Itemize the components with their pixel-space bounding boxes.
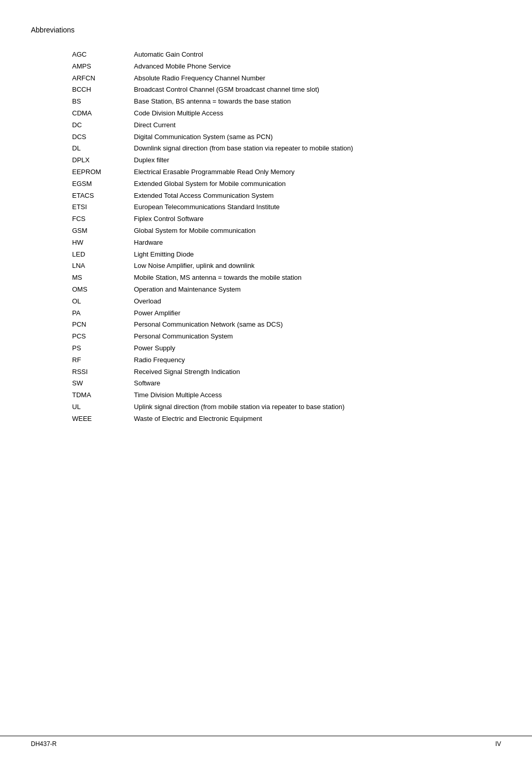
abbr-value: Waste of Electric and Electronic Equipme… xyxy=(134,414,262,425)
table-row: SWSoftware xyxy=(72,378,501,389)
table-row: HWHardware xyxy=(72,238,501,248)
table-row: MSMobile Station, MS antenna = towards t… xyxy=(72,273,501,283)
table-row: EEPROMElectrical Erasable Programmable R… xyxy=(72,167,501,178)
abbr-value: Light Emitting Diode xyxy=(134,249,194,260)
abbr-key: AMPS xyxy=(72,61,134,72)
abbr-key: PS xyxy=(72,343,134,354)
table-row: LNALow Noise Amplifier, uplink and downl… xyxy=(72,261,501,272)
table-row: ETACSExtended Total Access Communication… xyxy=(72,191,501,201)
abbr-key: DPLX xyxy=(72,155,134,166)
page-footer: DH437-R IV xyxy=(0,736,532,748)
table-row: DCDirect Current xyxy=(72,120,501,131)
abbr-value: Direct Current xyxy=(134,120,176,131)
abbr-key: RSSI xyxy=(72,367,134,378)
abbr-value: Automatic Gain Control xyxy=(134,49,203,60)
abbr-key: UL xyxy=(72,402,134,413)
abbreviations-table: AGCAutomatic Gain ControlAMPSAdvanced Mo… xyxy=(72,49,501,425)
table-row: OLOverload xyxy=(72,296,501,307)
abbr-key: DCS xyxy=(72,132,134,143)
table-row: CDMACode Division Multiple Access xyxy=(72,108,501,119)
abbr-value: Overload xyxy=(134,296,161,307)
table-row: TDMATime Division Multiple Access xyxy=(72,390,501,401)
abbr-key: PCS xyxy=(72,331,134,342)
abbr-value: Base Station, BS antenna = towards the b… xyxy=(134,96,291,107)
abbr-value: Digital Communication System (same as PC… xyxy=(134,132,272,143)
abbr-value: Broadcast Control Channel (GSM broadcast… xyxy=(134,84,319,95)
abbr-key: BS xyxy=(72,96,134,107)
abbr-value: Personal Communication Network (same as … xyxy=(134,319,283,330)
abbr-key: ARFCN xyxy=(72,73,134,84)
abbr-value: Software xyxy=(134,378,160,389)
abbr-key: EEPROM xyxy=(72,167,134,178)
footer-right: IV xyxy=(495,740,501,748)
page-title: Abbreviations xyxy=(31,26,501,34)
abbr-key: RF xyxy=(72,355,134,366)
abbr-value: Electrical Erasable Programmable Read On… xyxy=(134,167,295,178)
abbr-value: Power Amplifier xyxy=(134,308,180,319)
abbr-key: CDMA xyxy=(72,108,134,119)
abbr-key: GSM xyxy=(72,226,134,236)
table-row: DLDownlink signal direction (from base s… xyxy=(72,143,501,154)
abbr-key: DC xyxy=(72,120,134,131)
abbr-value: Hardware xyxy=(134,238,163,248)
abbr-value: Extended Global System for Mobile commun… xyxy=(134,179,286,190)
table-row: AMPSAdvanced Mobile Phone Service xyxy=(72,61,501,72)
abbr-key: SW xyxy=(72,378,134,389)
abbr-key: PA xyxy=(72,308,134,319)
abbr-key: TDMA xyxy=(72,390,134,401)
abbr-value: Time Division Multiple Access xyxy=(134,390,222,401)
abbr-value: Absolute Radio Frequency Channel Number xyxy=(134,73,265,84)
abbr-key: DL xyxy=(72,143,134,154)
abbr-value: Received Signal Strength Indication xyxy=(134,367,240,378)
table-row: PCSPersonal Communication System xyxy=(72,331,501,342)
abbr-key: AGC xyxy=(72,49,134,60)
abbr-key: WEEE xyxy=(72,414,134,425)
abbr-key: OMS xyxy=(72,284,134,295)
abbr-value: European Telecommunications Standard Ins… xyxy=(134,202,280,213)
abbr-key: BCCH xyxy=(72,84,134,95)
abbr-value: Extended Total Access Communication Syst… xyxy=(134,191,273,201)
table-row: BSBase Station, BS antenna = towards the… xyxy=(72,96,501,107)
table-row: AGCAutomatic Gain Control xyxy=(72,49,501,60)
abbr-value: Personal Communication System xyxy=(134,331,233,342)
table-row: RSSIReceived Signal Strength Indication xyxy=(72,367,501,378)
abbr-key: ETSI xyxy=(72,202,134,213)
abbr-value: Low Noise Amplifier, uplink and downlink xyxy=(134,261,254,272)
table-row: RFRadio Frequency xyxy=(72,355,501,366)
abbr-key: ETACS xyxy=(72,191,134,201)
table-row: EGSMExtended Global System for Mobile co… xyxy=(72,179,501,190)
table-row: DCSDigital Communication System (same as… xyxy=(72,132,501,143)
abbr-key: LNA xyxy=(72,261,134,272)
footer-left: DH437-R xyxy=(31,740,57,748)
abbr-value: Advanced Mobile Phone Service xyxy=(134,61,231,72)
table-row: GSMGlobal System for Mobile communicatio… xyxy=(72,226,501,236)
abbr-value: Operation and Maintenance System xyxy=(134,284,241,295)
table-row: ARFCNAbsolute Radio Frequency Channel Nu… xyxy=(72,73,501,84)
table-row: PCNPersonal Communication Network (same … xyxy=(72,319,501,330)
table-row: OMSOperation and Maintenance System xyxy=(72,284,501,295)
abbr-key: PCN xyxy=(72,319,134,330)
abbr-value: Global System for Mobile communication xyxy=(134,226,255,236)
page-container: Abbreviations AGCAutomatic Gain ControlA… xyxy=(0,0,532,763)
table-row: DPLXDuplex filter xyxy=(72,155,501,166)
abbr-key: OL xyxy=(72,296,134,307)
abbr-value: Downlink signal direction (from base sta… xyxy=(134,143,353,154)
abbr-key: FCS xyxy=(72,214,134,225)
abbr-key: MS xyxy=(72,273,134,283)
table-row: LEDLight Emitting Diode xyxy=(72,249,501,260)
table-row: BCCHBroadcast Control Channel (GSM broad… xyxy=(72,84,501,95)
table-row: FCSFiplex Control Software xyxy=(72,214,501,225)
abbr-value: Duplex filter xyxy=(134,155,169,166)
abbr-value: Radio Frequency xyxy=(134,355,185,366)
abbr-value: Fiplex Control Software xyxy=(134,214,203,225)
abbr-key: HW xyxy=(72,238,134,248)
table-row: ETSIEuropean Telecommunications Standard… xyxy=(72,202,501,213)
table-row: WEEEWaste of Electric and Electronic Equ… xyxy=(72,414,501,425)
abbr-key: EGSM xyxy=(72,179,134,190)
abbr-key: LED xyxy=(72,249,134,260)
abbr-value: Mobile Station, MS antenna = towards the… xyxy=(134,273,302,283)
abbr-value: Power Supply xyxy=(134,343,175,354)
table-row: PSPower Supply xyxy=(72,343,501,354)
table-row: ULUplink signal direction (from mobile s… xyxy=(72,402,501,413)
table-row: PAPower Amplifier xyxy=(72,308,501,319)
